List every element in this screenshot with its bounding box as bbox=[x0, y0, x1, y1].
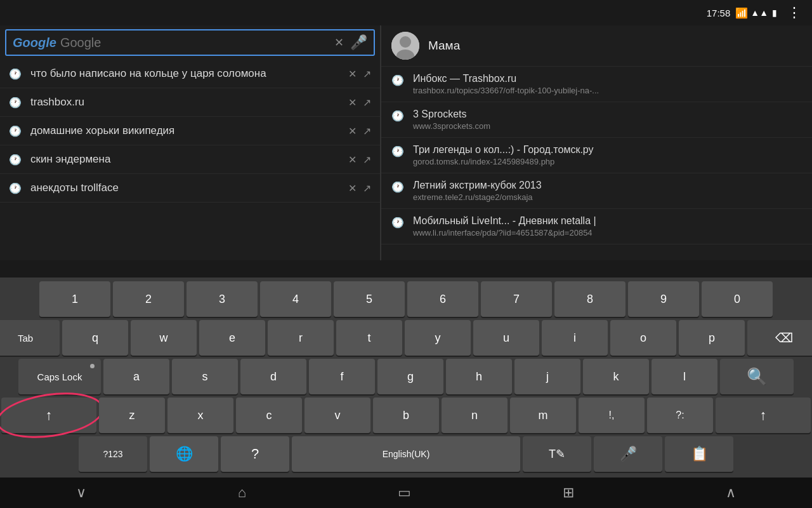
key-j[interactable]: j bbox=[514, 359, 580, 394]
remove-icon[interactable]: ✕ bbox=[348, 182, 357, 194]
history-item-4[interactable]: 🕐 Летний экстрим-кубок 2013 extreme.tele… bbox=[381, 173, 812, 209]
nav-qr[interactable]: ⊞ bbox=[563, 485, 574, 501]
arrow-icon: ↗ bbox=[363, 154, 371, 166]
key-s[interactable]: s bbox=[172, 359, 238, 394]
key-c[interactable]: c bbox=[236, 398, 302, 433]
key-y[interactable]: y bbox=[405, 320, 471, 356]
key-shift-left[interactable]: ↑ bbox=[1, 398, 96, 433]
suggestion-5[interactable]: 🕐 анекдоты trollface ✕ ↗ bbox=[0, 174, 380, 203]
key-clipboard[interactable]: 📋 bbox=[665, 436, 733, 472]
key-e[interactable]: e bbox=[199, 320, 265, 356]
remove-icon[interactable]: ✕ bbox=[348, 97, 357, 109]
key-7[interactable]: 7 bbox=[481, 281, 552, 317]
suggestion-2[interactable]: 🕐 trashbox.ru ✕ ↗ bbox=[0, 88, 380, 117]
key-6[interactable]: 6 bbox=[407, 281, 478, 317]
hist-url: gorod.tomsk.ru/index-1245989489.php bbox=[413, 157, 616, 166]
remove-icon[interactable]: ✕ bbox=[348, 154, 357, 166]
key-8[interactable]: 8 bbox=[554, 281, 625, 317]
search-input[interactable] bbox=[60, 36, 334, 50]
wifi-icon: 📶 bbox=[735, 7, 748, 19]
key-p[interactable]: p bbox=[679, 320, 745, 356]
clear-icon[interactable]: ✕ bbox=[334, 36, 344, 50]
key-shift-right[interactable]: ↑ bbox=[716, 398, 811, 433]
key-t[interactable]: t bbox=[336, 320, 402, 356]
key-question-sym[interactable]: ? bbox=[221, 436, 289, 472]
history-item-5[interactable]: 🕐 Мобильный LiveInt... - Дневник netalla… bbox=[381, 209, 812, 244]
key-backspace[interactable]: ⌫ bbox=[747, 320, 812, 356]
key-text-edit[interactable]: T✎ bbox=[523, 436, 591, 472]
suggestion-1[interactable]: 🕐 что было написано на кольце у царя сол… bbox=[0, 60, 380, 88]
key-0[interactable]: 0 bbox=[702, 281, 773, 317]
qwerty-row: Tab q w e r t y u i o p ⌫ bbox=[3, 320, 809, 356]
key-globe[interactable]: 🌐 bbox=[150, 436, 218, 472]
key-2[interactable]: 2 bbox=[113, 281, 184, 317]
history-item-2[interactable]: 🕐 3 Sprockets www.3sprockets.com bbox=[381, 102, 812, 138]
hist-url: www.3sprockets.com bbox=[413, 121, 616, 131]
key-space[interactable]: English(UK) bbox=[292, 436, 520, 472]
key-num-switch[interactable]: ?123 bbox=[79, 436, 147, 472]
key-l[interactable]: l bbox=[652, 359, 717, 394]
top-bar: 17:58 📶 ▲▲ ▮ ⋮ bbox=[0, 0, 812, 25]
nav-recents[interactable]: ▭ bbox=[398, 485, 411, 501]
hist-url: extreme.tele2.ru/stage2/omskaja bbox=[413, 192, 616, 202]
key-3[interactable]: 3 bbox=[187, 281, 258, 317]
nav-home[interactable]: ⌂ bbox=[238, 485, 246, 501]
key-z[interactable]: z bbox=[99, 398, 165, 433]
search-area: Google ✕ 🎤 🕐 что было написано на кольце… bbox=[0, 25, 812, 260]
menu-button[interactable]: ⋮ bbox=[787, 4, 802, 21]
key-5[interactable]: 5 bbox=[334, 281, 405, 317]
key-k[interactable]: k bbox=[583, 359, 649, 394]
suggestion-4[interactable]: 🕐 скин эндермена ✕ ↗ bbox=[0, 145, 380, 174]
key-caps-lock[interactable]: Caps Lock bbox=[18, 359, 101, 394]
key-1[interactable]: 1 bbox=[39, 281, 110, 317]
hist-title: Мобильный LiveInt... - Дневник netalla | bbox=[413, 215, 802, 227]
clock-icon: 🕐 bbox=[9, 182, 22, 194]
key-u[interactable]: u bbox=[473, 320, 539, 356]
zxcv-row: ↑ z x c v b n m !, ?: ↑ bbox=[3, 398, 809, 433]
key-search-enter[interactable]: 🔍 bbox=[720, 359, 794, 394]
key-mic[interactable]: 🎤 bbox=[594, 436, 662, 472]
search-box[interactable]: Google ✕ 🎤 bbox=[5, 29, 375, 56]
key-h[interactable]: h bbox=[446, 359, 512, 394]
remove-icon[interactable]: ✕ bbox=[348, 125, 357, 137]
key-exclaim[interactable]: !, bbox=[579, 398, 645, 433]
suggestion-3[interactable]: 🕐 домашние хорьки википедия ✕ ↗ bbox=[0, 117, 380, 145]
key-f[interactable]: f bbox=[309, 359, 375, 394]
history-item-3[interactable]: 🕐 Три легенды о кол...:) - Город.томск.р… bbox=[381, 138, 812, 173]
key-q[interactable]: q bbox=[62, 320, 128, 356]
key-o[interactable]: o bbox=[610, 320, 676, 356]
hist-title: Инбокс — Trashbox.ru bbox=[413, 73, 802, 84]
mic-search-icon[interactable]: 🎤 bbox=[350, 34, 367, 51]
key-d[interactable]: d bbox=[240, 359, 306, 394]
svg-point-1 bbox=[400, 36, 411, 48]
clock-icon: 🕐 bbox=[9, 154, 22, 166]
key-v[interactable]: v bbox=[304, 398, 370, 433]
history-item-1[interactable]: 🕐 Инбокс — Trashbox.ru trashbox.ru/topic… bbox=[381, 67, 812, 102]
suggestion-text: скин эндермена bbox=[30, 153, 348, 166]
signal-icon: ▲▲ bbox=[750, 8, 768, 18]
contact-row[interactable]: Мама bbox=[381, 25, 812, 67]
key-r[interactable]: r bbox=[268, 320, 334, 356]
hist-title: Три легенды о кол...:) - Город.томск.ру bbox=[413, 144, 802, 156]
hist-clock-icon: 🕐 bbox=[391, 181, 404, 193]
key-n[interactable]: n bbox=[442, 398, 508, 433]
key-w[interactable]: w bbox=[131, 320, 197, 356]
key-m[interactable]: m bbox=[510, 398, 576, 433]
keyboard: 1 2 3 4 5 6 7 8 9 0 Tab q w e r t y u i … bbox=[0, 277, 812, 478]
key-a[interactable]: a bbox=[103, 359, 169, 394]
key-x[interactable]: x bbox=[167, 398, 233, 433]
key-g[interactable]: g bbox=[377, 359, 443, 394]
contact-name: Мама bbox=[428, 39, 460, 53]
key-tab[interactable]: Tab bbox=[0, 320, 60, 356]
clock-icon: 🕐 bbox=[9, 97, 22, 109]
contact-avatar bbox=[391, 32, 419, 60]
suggestion-text: анекдоты trollface bbox=[30, 182, 348, 194]
key-question-mark[interactable]: ?: bbox=[647, 398, 713, 433]
key-b[interactable]: b bbox=[373, 398, 439, 433]
key-i[interactable]: i bbox=[542, 320, 608, 356]
nav-up[interactable]: ∧ bbox=[726, 485, 736, 501]
key-4[interactable]: 4 bbox=[260, 281, 331, 317]
remove-icon[interactable]: ✕ bbox=[348, 68, 357, 80]
nav-back[interactable]: ∨ bbox=[76, 485, 86, 501]
key-9[interactable]: 9 bbox=[628, 281, 699, 317]
